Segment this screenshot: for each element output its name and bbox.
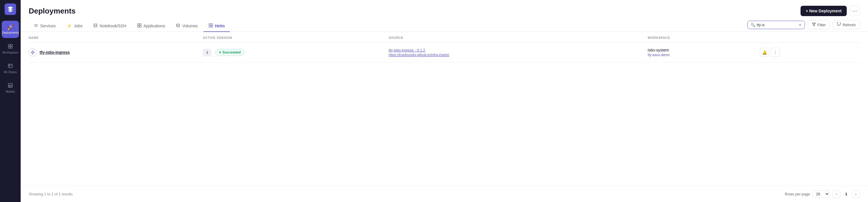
svg-rect-0 [8,44,10,46]
svg-point-20 [177,24,180,25]
col-workspace: WORKSPACE [644,32,756,43]
header-actions: + New Deployment ⋯ [801,6,860,16]
svg-rect-22 [211,24,213,25]
alert-icon: 🔔 [762,50,767,55]
app-logo [5,3,16,15]
version-badge: 3 [203,49,211,56]
active-version-cell: 3 ♥ Succeeded [203,49,382,56]
col-actions [756,32,860,43]
sidebar: 🚀 Deployments Workspaces ML Repos [0,0,21,202]
sidebar-item-label: Deployments [2,31,19,34]
deployments-table: NAME ACTIVE VERSION SOURCE WORKSPACE [29,32,860,62]
refresh-label: Refresh [842,23,856,27]
refresh-icon [837,22,841,27]
prev-page-icon: ‹ [836,192,837,196]
col-active-version: ACTIVE VERSION [199,32,385,43]
tab-notebook-ssh[interactable]: Notebook/SSH [88,20,131,32]
new-deployment-button[interactable]: + New Deployment [801,6,847,16]
sidebar-item-deployments[interactable]: 🚀 Deployments [2,21,19,38]
more-options-icon: ⋯ [852,8,857,14]
rows-per-page-select[interactable]: 25 50 100 [812,190,830,198]
page-title: Deployments [29,7,75,16]
col-source: SOURCE [385,32,644,43]
page-header: Deployments + New Deployment ⋯ [21,0,868,16]
tab-jobs-label: Jobs [74,24,83,28]
search-input[interactable] [757,23,797,27]
sidebar-item-ml-repos[interactable]: ML Repos [2,60,19,77]
table-body: tfy-istio-ingress 3 ♥ Succeeded [29,43,860,62]
more-options-button[interactable]: ⋯ [849,6,860,16]
helm-row-icon [29,48,37,56]
main-content: Deployments + New Deployment ⋯ Services [21,0,868,202]
status-label: Succeeded [222,50,241,54]
current-page: 1 [843,192,849,196]
deployment-name-link[interactable]: tfy-istio-ingress [40,50,70,55]
filter-button[interactable]: Filter [808,20,830,29]
svg-rect-1 [11,44,12,46]
name-cell: tfy-istio-ingress [29,48,196,56]
row-workspace-cell: istio-system tfy-eaus-demo [644,43,756,62]
next-page-button[interactable]: › [852,190,860,198]
sidebar-item-workspaces[interactable]: Workspaces [2,40,19,57]
filter-label: Filter [817,23,826,27]
workspace-name: istio-system [648,48,753,52]
ml-repos-icon [8,63,13,69]
deployments-table-container: NAME ACTIVE VERSION SOURCE WORKSPACE [21,32,868,185]
next-page-icon: › [856,192,857,196]
workspaces-icon [8,44,13,50]
source-url-link[interactable]: https://truefoundry.github.io/infra-char… [389,53,641,57]
rows-per-page: Rows per page 25 50 100 [785,190,830,198]
tab-volumes[interactable]: Volumes [171,20,203,32]
sidebar-item-label: ML Repos [4,71,17,74]
search-box[interactable]: 🔍 ✕ [747,21,805,29]
tab-services[interactable]: Services [29,20,61,32]
sidebar-item-label: Models [6,90,15,93]
tabs-right-controls: 🔍 ✕ Filter Refresh [747,20,860,32]
refresh-button[interactable]: Refresh [833,20,860,29]
svg-rect-3 [11,47,12,48]
rows-per-page-label: Rows per page [785,192,810,196]
results-count: Showing 1 to 1 of 1 results [29,192,73,196]
row-more-options-button[interactable]: ⋮ [771,48,780,57]
logo-icon [7,6,14,12]
svg-rect-4 [8,64,12,68]
volumes-icon [176,23,180,28]
tab-jobs[interactable]: ⚡ Jobs [61,20,88,32]
models-icon [8,83,13,89]
table-footer: Showing 1 to 1 of 1 results Rows per pag… [21,185,868,202]
helm-icon [209,23,213,28]
tab-applications[interactable]: Applications [132,20,170,32]
row-more-icon: ⋮ [773,50,777,55]
svg-rect-7 [8,83,12,87]
row-name-cell: tfy-istio-ingress [29,43,199,62]
sidebar-item-models[interactable]: Models [2,79,19,97]
svg-rect-21 [209,24,211,25]
deployments-icon: 🚀 [7,25,13,30]
table-header: NAME ACTIVE VERSION SOURCE WORKSPACE [29,32,860,43]
jobs-icon: ⚡ [67,23,72,28]
pagination: Rows per page 25 50 100 ‹ 1 › [785,190,860,198]
clear-search-icon[interactable]: ✕ [799,23,802,27]
tabs-bar: Services ⚡ Jobs Notebook/SSH [21,16,868,32]
status-icon: ♥ [219,50,221,54]
tab-applications-label: Applications [144,24,165,28]
source-name-link[interactable]: tfy-istio-ingress : 0.1.2 [389,48,641,52]
svg-rect-19 [140,26,141,27]
prev-page-button[interactable]: ‹ [832,190,840,198]
table-row: tfy-istio-ingress 3 ♥ Succeeded [29,43,860,62]
table-header-row: NAME ACTIVE VERSION SOURCE WORKSPACE [29,32,860,43]
tabs-list: Services ⚡ Jobs Notebook/SSH [29,20,230,32]
svg-rect-17 [140,24,141,25]
svg-rect-16 [137,24,139,25]
col-name: NAME [29,32,199,43]
workspace-sub: tfy-eaus-demo [648,53,753,57]
row-actions-cell: 🔔 ⋮ [756,43,860,62]
tab-helm[interactable]: Helm [204,20,230,32]
applications-icon [137,23,142,28]
svg-marker-25 [812,23,815,26]
row-actions: 🔔 ⋮ [760,48,857,57]
search-icon: 🔍 [751,23,755,27]
svg-rect-23 [209,26,211,27]
alert-button[interactable]: 🔔 [760,48,769,57]
workspace-cell: istio-system tfy-eaus-demo [648,48,753,57]
